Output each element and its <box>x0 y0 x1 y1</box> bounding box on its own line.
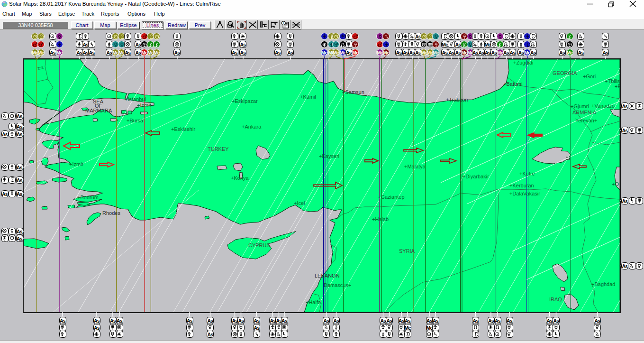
svg-text:+Malatya: +Malatya <box>404 164 426 169</box>
svg-text:+Kerburan: +Kerburan <box>509 183 534 188</box>
svg-text:MARMARA: MARMARA <box>85 108 112 113</box>
svg-text:+Halab: +Halab <box>372 216 389 222</box>
svg-text:IRAQ: IRAQ <box>549 297 562 302</box>
svg-text:+Gaziantep: +Gaziantep <box>378 194 405 200</box>
svg-text:+Diyarbakir: +Diyarbakir <box>463 174 489 179</box>
svg-text:+Ankara: +Ankara <box>242 124 262 130</box>
svg-text:+Kayseri: +Kayseri <box>319 153 339 159</box>
svg-text:ARMENIA: ARMENIA <box>572 110 597 115</box>
svg-text:+Bodrum: +Bodrum <box>77 195 99 200</box>
svg-text:+Baghdad: +Baghdad <box>591 281 615 287</box>
svg-text:+Izmit: +Izmit <box>137 102 151 108</box>
svg-text:+Bursa: +Bursa <box>127 118 144 123</box>
svg-text:+Zugdidi: +Zugdidi <box>513 60 534 65</box>
svg-text:+Istanbul: +Istanbul <box>125 96 146 102</box>
svg-text:+R: +R <box>615 83 621 89</box>
svg-text:+Gjumri: +Gjumri <box>571 103 589 109</box>
svg-text:+Kâmil: +Kâmil <box>300 94 316 100</box>
svg-text:+Batumi: +Batumi <box>503 81 523 87</box>
svg-text:CYPRUS: CYPRUS <box>248 242 270 248</box>
svg-text:+DalaVakasir: +DalaVakasir <box>509 191 540 196</box>
svg-text:+Icel: +Icel <box>294 200 305 206</box>
svg-text:+Küfre: +Küfre <box>519 171 535 176</box>
svg-text:Damascus+: Damascus+ <box>324 282 351 288</box>
svg-text:+Trabzon: +Trabzon <box>446 97 468 102</box>
svg-text:+Konya: +Konya <box>231 175 249 181</box>
svg-text:+Eskisehir: +Eskisehir <box>171 126 195 132</box>
svg-text:SYRIA: SYRIA <box>399 248 415 254</box>
svg-text:LEBANON: LEBANON <box>315 273 340 278</box>
svg-text:+Izmir: +Izmir <box>69 161 84 167</box>
svg-text:+Vanadzo: +Vanadzo <box>591 103 615 109</box>
svg-text:GEORGIA: GEORGIA <box>553 70 577 76</box>
svg-text:Rhodes: Rhodes <box>102 210 120 216</box>
svg-text:+O: +O <box>612 181 619 187</box>
svg-text:Yerevan+: Yerevan+ <box>575 118 597 123</box>
svg-text:TURKEY: TURKEY <box>208 146 229 152</box>
svg-text:+Eskipazar: +Eskipazar <box>232 98 258 104</box>
svg-text:+Samsun: +Samsun <box>342 89 364 95</box>
svg-text:+Haifa: +Haifa <box>306 299 321 305</box>
svg-text:+Gori: +Gori <box>583 74 596 79</box>
